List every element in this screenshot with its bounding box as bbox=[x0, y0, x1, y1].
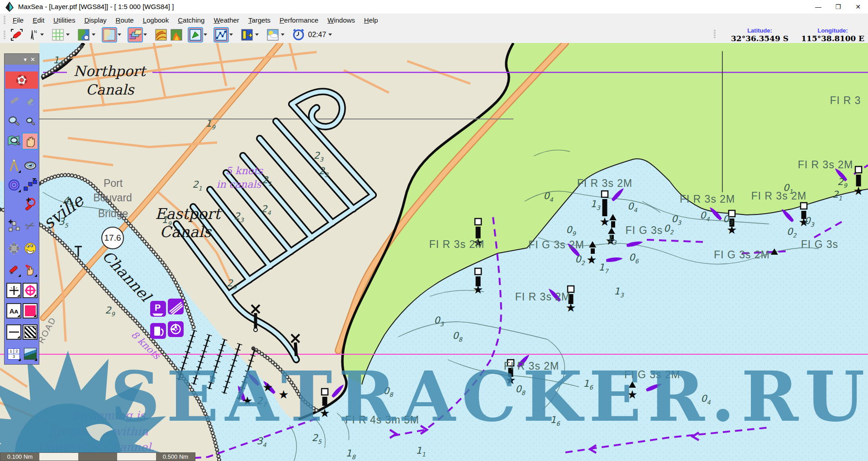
svg-text:★: ★ bbox=[473, 283, 483, 296]
menu-performance[interactable]: Performance bbox=[275, 14, 323, 26]
nav-aid-label: FI R 3s 2M bbox=[680, 193, 735, 205]
raster-chart-dropdown[interactable] bbox=[116, 28, 122, 42]
vector-chart-dropdown[interactable] bbox=[90, 28, 96, 42]
clock-icon bbox=[292, 29, 305, 41]
menu-utilities[interactable]: Utilities bbox=[49, 14, 80, 26]
target-style-button[interactable] bbox=[23, 283, 38, 298]
maximize-button[interactable]: ❐ bbox=[828, 0, 848, 14]
chart-canvas[interactable]: ★ ★ ★ ★ ★ ★ ★ ★ ★ ★ ★ ★ bbox=[0, 43, 868, 461]
zoom-out-button[interactable] bbox=[23, 114, 38, 129]
menu-targets[interactable]: Targets bbox=[244, 14, 275, 26]
bathy-contours-button[interactable] bbox=[154, 28, 168, 42]
weather-layer-button[interactable] bbox=[266, 28, 280, 42]
nav-aid-label: FI R 3s 2M bbox=[429, 238, 484, 251]
scale-seg bbox=[117, 453, 156, 461]
depth-sounding: 23 bbox=[234, 211, 244, 223]
route-track-dropdown[interactable] bbox=[228, 28, 234, 42]
vector-chart-button[interactable] bbox=[77, 28, 90, 42]
polyline-button[interactable] bbox=[23, 177, 38, 193]
palette-title-bar[interactable]: ▾ ✕ bbox=[5, 54, 39, 65]
grid-dropdown[interactable] bbox=[65, 28, 71, 42]
svg-text:★: ★ bbox=[565, 301, 576, 314]
bearing-compass-button[interactable] bbox=[23, 158, 38, 173]
scale-bar: 0.100 Nm 0.500 Nm bbox=[0, 452, 195, 461]
grid-button[interactable] bbox=[51, 28, 65, 42]
menu-help[interactable]: Help bbox=[360, 14, 383, 26]
depth-sounding: 13 bbox=[614, 286, 624, 299]
clock-button[interactable] bbox=[292, 28, 305, 42]
svg-text:★: ★ bbox=[586, 253, 597, 266]
draw-pencil-button[interactable] bbox=[6, 262, 21, 277]
minimize-button[interactable]: — bbox=[808, 0, 828, 14]
maxsea-window: MaxSea - [Layer.ptf [WGS84]] - [ 1:5 000… bbox=[0, 0, 868, 461]
menu-display[interactable]: Display bbox=[80, 14, 111, 26]
chart-layers-dropdown[interactable] bbox=[142, 28, 148, 42]
zoom-in-button[interactable] bbox=[6, 114, 21, 129]
crosshair-style-button[interactable] bbox=[6, 283, 21, 298]
toolbar-grip bbox=[4, 31, 5, 39]
scissors-button[interactable]: ✂ bbox=[23, 218, 38, 233]
zoom-area-button[interactable] bbox=[23, 197, 38, 212]
dividers-button[interactable] bbox=[6, 158, 21, 173]
route-icon bbox=[215, 29, 227, 41]
menu-route[interactable]: Route bbox=[111, 14, 138, 26]
range-rings-button[interactable] bbox=[6, 177, 21, 193]
svg-text:N: N bbox=[34, 29, 37, 34]
sst-layer-button[interactable] bbox=[170, 28, 183, 42]
depth-sounding: 13 bbox=[590, 199, 600, 211]
depth-sounding: 19 bbox=[205, 118, 215, 131]
depth-sounding: 09 bbox=[566, 224, 576, 237]
route-track-button[interactable] bbox=[214, 28, 228, 42]
current-vectors-button[interactable] bbox=[189, 28, 202, 42]
raster-chart-button[interactable] bbox=[103, 28, 116, 42]
speed-note: 5 knots bbox=[226, 165, 263, 176]
polygon-add-button[interactable] bbox=[6, 218, 21, 233]
scale-seg bbox=[39, 453, 78, 461]
depth-sounding: 03 bbox=[434, 315, 444, 328]
palette-menu-arrow[interactable]: ▾ bbox=[24, 56, 27, 63]
nav-aid-label: FI R 3s 2M bbox=[577, 177, 632, 190]
tide-gauge-button[interactable] bbox=[240, 28, 254, 42]
app-icon bbox=[5, 2, 14, 12]
tool-palette: ▾ ✕ bbox=[4, 53, 39, 365]
menu-weather[interactable]: Weather bbox=[209, 14, 243, 26]
hatch-fill-button[interactable] bbox=[23, 324, 38, 340]
pan-hand-button[interactable] bbox=[23, 133, 38, 149]
move-object-button[interactable] bbox=[6, 241, 21, 256]
depth-sounding: 21 bbox=[192, 179, 202, 192]
select-hand-button[interactable] bbox=[23, 262, 38, 277]
smiley-mark-button[interactable] bbox=[23, 241, 38, 256]
raster-chart-icon bbox=[104, 29, 115, 41]
line-style-button[interactable] bbox=[6, 324, 21, 340]
clock-dropdown[interactable] bbox=[327, 28, 333, 42]
tide-gauge-dropdown[interactable] bbox=[254, 28, 260, 42]
menu-file[interactable]: File bbox=[8, 14, 28, 26]
depth-sounding: 03 bbox=[804, 215, 814, 228]
depth-sounding: 04 bbox=[627, 201, 637, 214]
color-fill-button[interactable] bbox=[23, 303, 38, 318]
svg-text:★: ★ bbox=[599, 215, 610, 228]
current-vectors-dropdown[interactable] bbox=[202, 28, 208, 42]
north-orientation-button[interactable]: N bbox=[25, 28, 39, 42]
nav-aid-label: FI G 3s bbox=[801, 238, 838, 251]
pen-tool-button[interactable] bbox=[10, 28, 24, 42]
depth-sounding: 23 bbox=[313, 150, 323, 163]
weather-layer-dropdown[interactable] bbox=[280, 28, 285, 42]
image-insert-button[interactable] bbox=[23, 346, 38, 361]
north-orientation-dropdown[interactable] bbox=[39, 28, 45, 42]
text-style-button[interactable]: Aᴀ bbox=[6, 303, 21, 318]
menu-catching[interactable]: Catching bbox=[173, 14, 209, 26]
menu-windows[interactable]: Windows bbox=[323, 14, 360, 26]
nav-aid-label: FI R 3s 2M bbox=[798, 159, 853, 171]
help-lifebuoy-button[interactable] bbox=[5, 71, 38, 89]
nav-aid-label: FI R 3 bbox=[830, 95, 861, 107]
depth-sounding: 08 bbox=[452, 330, 462, 343]
menu-logbook[interactable]: Logbook bbox=[138, 14, 174, 26]
chart-layers-button[interactable] bbox=[128, 28, 142, 42]
numbers-style-button[interactable]: 123 bbox=[6, 346, 21, 361]
chart-browse-button[interactable] bbox=[6, 133, 21, 149]
close-button[interactable]: ✕ bbox=[848, 0, 868, 14]
palette-close-icon[interactable]: ✕ bbox=[30, 56, 35, 63]
depth-sounding: 21 bbox=[832, 189, 842, 202]
menu-edit[interactable]: Edit bbox=[28, 14, 49, 26]
